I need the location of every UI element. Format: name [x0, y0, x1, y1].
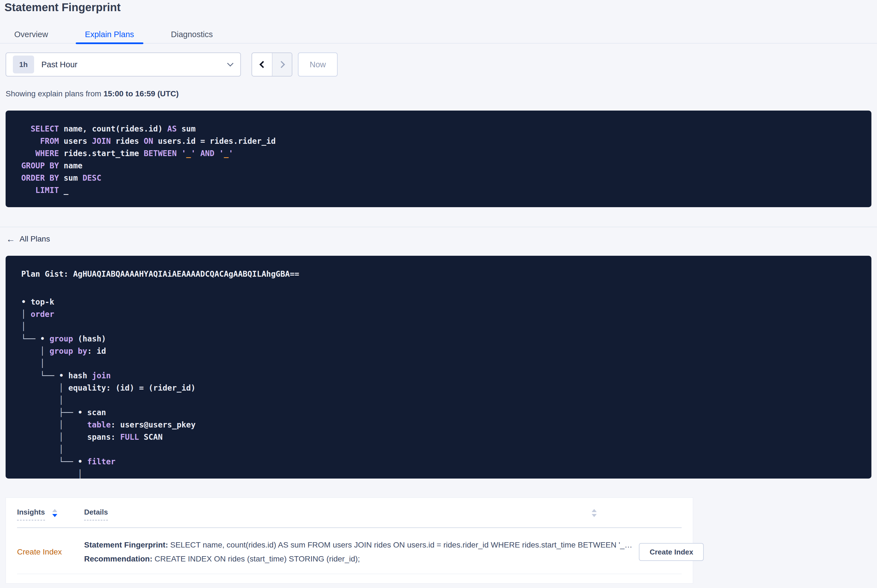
insight-row-action: Create Index [632, 543, 710, 561]
section-divider [0, 227, 877, 227]
now-button[interactable]: Now [298, 52, 338, 76]
time-range-badge: 1h [13, 56, 34, 74]
time-range-dropdown[interactable]: 1h Past Hour [6, 52, 241, 76]
next-interval-button[interactable] [272, 53, 292, 76]
details-sort-control[interactable] [592, 509, 597, 517]
tab-explain-plans[interactable]: Explain Plans [76, 26, 143, 43]
plan-gist-label: Plan Gist: [21, 269, 73, 279]
insight-row: Create Index Statement Fingerprint: SELE… [17, 528, 681, 574]
time-controls: 1h Past Hour Now [6, 52, 877, 76]
time-range-label: Past Hour [41, 60, 228, 69]
tab-overview[interactable]: Overview [5, 26, 57, 43]
chevron-right-icon [278, 61, 285, 68]
insight-recommendation-line: Recommendation: CREATE INDEX ON rides (s… [84, 552, 632, 566]
plan-gist-block: Plan Gist: AgHUAQIABQAAAAHYAQIAiAEAAAADC… [6, 256, 871, 478]
insight-recommendation-text: CREATE INDEX ON rides (start_time) STORI… [152, 555, 360, 563]
page-title: Statement Fingerprint [5, 0, 877, 14]
sort-desc-icon [592, 514, 597, 517]
showing-range-prefix: Showing explain plans from [6, 89, 104, 98]
all-plans-label: All Plans [20, 234, 50, 243]
insight-recommendation-label: Recommendation: [84, 555, 152, 563]
sql-code: SELECT name, count(rides.id) AS sum FROM… [21, 123, 871, 196]
showing-range-value: 15:00 to 16:59 (UTC) [104, 89, 179, 98]
sql-fingerprint-block: SELECT name, count(rides.id) AS sum FROM… [6, 111, 871, 207]
showing-range-text: Showing explain plans from 15:00 to 16:5… [6, 88, 877, 99]
sort-asc-icon [592, 509, 597, 512]
create-index-button[interactable]: Create Index [639, 543, 704, 561]
chevron-left-icon [259, 61, 266, 68]
chevron-down-icon [227, 60, 234, 67]
previous-interval-button[interactable] [252, 53, 272, 76]
insight-details-cell: Statement Fingerprint: SELECT name, coun… [84, 538, 632, 566]
back-arrow-icon: ← [6, 232, 15, 246]
plan-tree: • top-k│ order│└── • group (hash) │ grou… [21, 296, 871, 478]
plan-gist-line: Plan Gist: AgHUAQIABQAAAAHYAQIAiAEAAAADC… [21, 268, 871, 280]
insights-column-header[interactable]: Insights [17, 508, 84, 520]
details-column-header[interactable]: Details [84, 508, 603, 520]
sort-asc-icon [52, 509, 57, 512]
sort-desc-icon [52, 514, 57, 517]
insight-fingerprint-text: SELECT name, count(rides.id) AS sum FROM… [168, 540, 632, 549]
details-column-label: Details [84, 508, 108, 520]
tab-diagnostics[interactable]: Diagnostics [162, 26, 222, 43]
insights-table-header: Insights Details [17, 498, 681, 528]
insight-type-label: Create Index [17, 548, 84, 556]
insights-table-card: Insights Details Create Index Statement … [6, 498, 693, 584]
insights-column-label: Insights [17, 508, 45, 520]
all-plans-back-link[interactable]: ← All Plans [6, 232, 50, 246]
plan-gist-value: AgHUAQIABQAAAAHYAQIAiAEAAAADCQACAgAABQIL… [73, 269, 299, 279]
insight-fingerprint-line: Statement Fingerprint: SELECT name, coun… [84, 538, 632, 552]
tab-bar: Overview Explain Plans Diagnostics [0, 26, 877, 44]
insight-fingerprint-label: Statement Fingerprint: [84, 540, 168, 549]
time-pager [251, 52, 292, 76]
insights-sort-control[interactable] [52, 509, 57, 517]
